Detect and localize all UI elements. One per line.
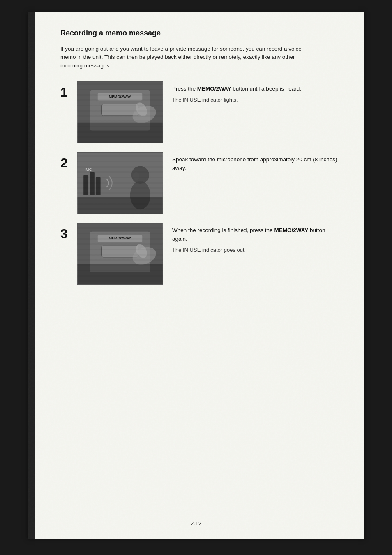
step-1-text: Press the MEMO/2WAY button until a beep … (172, 81, 340, 104)
svg-rect-21 (77, 223, 162, 284)
svg-point-28 (134, 242, 149, 260)
step-2-main: Speak toward the microphone from approxi… (172, 156, 340, 173)
svg-rect-11 (77, 153, 162, 214)
step-1-number: 1 (60, 86, 77, 99)
svg-rect-14 (90, 172, 95, 195)
svg-point-18 (133, 172, 140, 180)
svg-rect-13 (83, 175, 88, 195)
step-2-number: 2 (60, 156, 77, 170)
svg-rect-9 (77, 122, 162, 142)
svg-text:MEMO/2WAY: MEMO/2WAY (109, 236, 131, 240)
svg-point-17 (130, 181, 150, 209)
step-2-row: 2 MC (60, 152, 340, 214)
svg-point-27 (130, 244, 159, 267)
step-1-row: 1 (60, 81, 340, 143)
svg-rect-20 (77, 197, 162, 213)
svg-rect-3 (98, 93, 143, 100)
svg-rect-10 (77, 153, 162, 214)
svg-rect-1 (77, 82, 162, 143)
step-3-bold: MEMO/2WAY (274, 227, 308, 233)
svg-rect-8 (77, 82, 162, 143)
step-1-main: Press the MEMO/2WAY button until a beep … (172, 85, 340, 93)
page-footer: 2-12 (28, 520, 364, 527)
page-number: 2-12 (191, 520, 201, 527)
step-1-bold: MEMO/2WAY (197, 86, 231, 92)
step-1-sub: The IN USE indicator lights. (172, 96, 340, 104)
svg-rect-23 (90, 231, 150, 272)
step-3-text: When the recording is finished, press th… (172, 223, 340, 254)
page-title: Recording a memo message (60, 29, 340, 37)
steps-container: 1 (60, 81, 340, 285)
step-3-sub: The IN USE indicator goes out. (172, 246, 340, 254)
svg-rect-0 (77, 82, 162, 143)
svg-rect-2 (90, 90, 150, 130)
step-1-image: MEMO/2WAY (77, 81, 163, 143)
svg-point-6 (130, 102, 159, 126)
step-3-main: When the recording is finished, press th… (172, 226, 340, 244)
step-3-number: 3 (60, 227, 77, 240)
svg-rect-29 (77, 223, 162, 284)
svg-rect-19 (77, 153, 162, 214)
svg-rect-5 (102, 104, 138, 116)
svg-point-16 (131, 166, 149, 183)
svg-rect-24 (98, 235, 143, 242)
svg-point-7 (134, 101, 149, 118)
document-page: Recording a memo message If you are goin… (28, 12, 364, 539)
svg-rect-26 (102, 246, 138, 257)
step-2-text: Speak toward the microphone from approxi… (172, 152, 340, 175)
intro-paragraph: If you are going out and you want to lea… (60, 45, 315, 70)
svg-rect-15 (96, 177, 101, 195)
svg-rect-30 (77, 264, 162, 284)
svg-text:MEMO/2WAY: MEMO/2WAY (109, 95, 131, 99)
step-3-row: 3 (60, 223, 340, 285)
step-2-image: MC (77, 152, 163, 214)
svg-text:MC: MC (85, 167, 92, 172)
step-3-image: MEMO/2WAY (77, 223, 163, 285)
svg-rect-22 (77, 223, 162, 284)
